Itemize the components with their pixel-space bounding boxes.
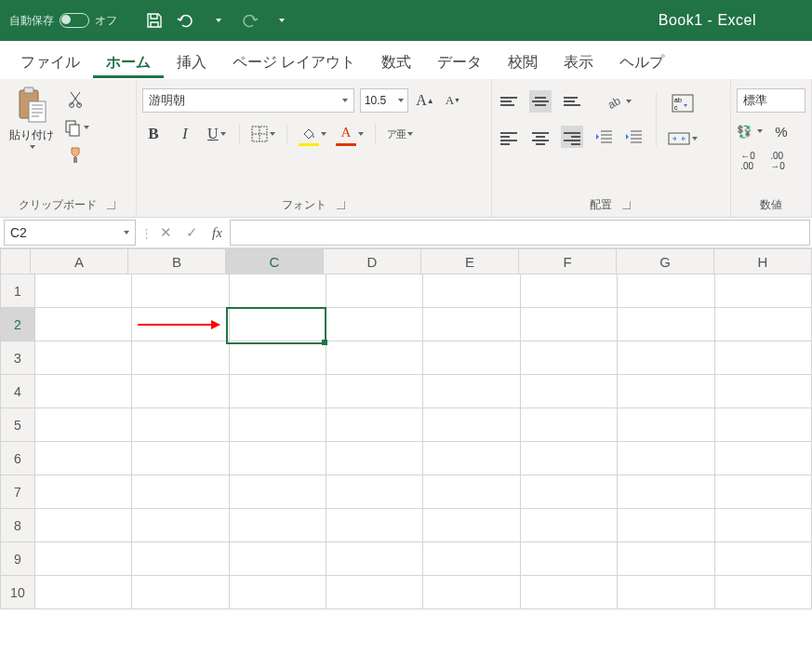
cell[interactable] [618,408,714,442]
tab-home[interactable]: ホーム [93,46,164,78]
cell[interactable] [423,576,520,609]
cell[interactable] [715,274,812,308]
cell[interactable] [35,576,132,609]
orientation-icon[interactable]: ab [592,90,645,113]
decrease-decimal-icon[interactable]: .00→0 [766,150,789,172]
redo-icon[interactable] [240,11,259,30]
bold-button[interactable]: B [142,123,165,145]
cell[interactable] [132,509,229,542]
undo-icon[interactable] [177,11,195,30]
row-header[interactable]: 4 [0,375,35,408]
cell[interactable] [715,542,812,576]
phonetic-guide-icon[interactable]: ア亜 [387,123,413,145]
cell[interactable] [423,542,520,576]
cell[interactable] [521,542,618,576]
format-painter-icon[interactable] [63,144,89,167]
cell[interactable] [618,542,714,576]
formula-input[interactable] [230,220,810,246]
align-top-icon[interactable] [498,90,520,113]
cell[interactable] [132,341,229,375]
cell[interactable] [326,509,423,542]
cell[interactable] [521,308,618,341]
percent-format-icon[interactable]: % [770,120,792,142]
cell[interactable] [326,408,423,442]
cell[interactable] [35,341,132,375]
cell[interactable] [715,408,812,442]
cell[interactable] [618,274,714,308]
align-bottom-icon[interactable] [561,90,583,113]
paste-dropdown-icon[interactable] [30,145,35,149]
select-all-corner[interactable] [0,248,31,274]
cell[interactable] [132,576,229,609]
row-header[interactable]: 9 [0,542,35,576]
align-center-icon[interactable] [529,126,552,148]
increase-decimal-icon[interactable]: ←0.00 [737,150,759,172]
cell[interactable] [326,475,423,509]
align-right-icon[interactable] [561,126,583,148]
row-header[interactable]: 1 [0,274,35,308]
cell[interactable] [326,308,423,341]
tab-page-layout[interactable]: ページ レイアウト [220,46,368,78]
row-header[interactable]: 2 [0,308,35,341]
cell[interactable] [326,341,423,375]
cell[interactable] [230,542,326,576]
cell[interactable] [132,408,229,442]
tab-data[interactable]: データ [424,46,495,78]
font-color-icon[interactable]: A [336,123,364,145]
increase-font-icon[interactable]: A▲ [414,89,436,112]
cell[interactable] [326,576,423,609]
cell[interactable] [521,341,618,375]
row-header[interactable]: 7 [0,475,35,509]
column-header[interactable]: E [421,248,519,274]
cell[interactable] [132,475,229,509]
cell[interactable] [35,542,132,576]
tab-file[interactable]: ファイル [7,46,93,78]
cell[interactable] [618,375,714,408]
tab-review[interactable]: 校閲 [495,46,551,78]
column-header[interactable]: G [617,248,714,274]
cell[interactable] [132,442,229,475]
cell[interactable] [521,442,618,475]
autosave-toggle-icon[interactable] [60,13,89,28]
cell[interactable] [423,475,520,509]
qat-customize-icon[interactable] [272,11,290,30]
cell[interactable] [618,509,714,542]
enter-icon[interactable]: ✓ [179,224,205,241]
name-box[interactable]: C2 [4,220,136,246]
column-header[interactable]: C [226,248,324,274]
column-header[interactable]: D [324,248,421,274]
merge-center-icon[interactable] [668,127,698,150]
cell[interactable] [521,274,618,308]
paste-button[interactable]: 貼り付け [6,85,58,149]
cell[interactable] [423,308,520,341]
row-header[interactable]: 6 [0,442,35,475]
row-header[interactable]: 8 [0,509,35,542]
cell[interactable] [521,375,618,408]
align-middle-icon[interactable] [529,90,552,113]
cell[interactable] [326,375,423,408]
cell[interactable] [521,475,618,509]
cell[interactable] [715,576,812,609]
cell[interactable] [35,408,132,442]
cell[interactable] [326,442,423,475]
fx-icon[interactable]: fx [205,225,230,241]
cell[interactable] [423,274,520,308]
cell[interactable] [618,475,714,509]
copy-icon[interactable] [63,116,89,139]
tab-view[interactable]: 表示 [551,46,606,78]
worksheet[interactable]: ABCDEFGH 12345678910 [0,248,812,609]
italic-button[interactable]: I [174,123,196,145]
cell[interactable] [35,375,132,408]
cell[interactable] [521,576,618,609]
row-header[interactable]: 5 [0,408,35,442]
column-header[interactable]: B [128,248,226,274]
cell[interactable] [326,542,423,576]
cell[interactable] [230,408,326,442]
align-left-icon[interactable] [498,126,520,148]
cell[interactable] [326,274,423,308]
number-format-select[interactable]: 標準 [737,88,805,113]
dialog-launcher-icon[interactable] [622,201,631,209]
cell[interactable] [35,308,132,341]
decrease-indent-icon[interactable] [592,126,615,148]
undo-dropdown-icon[interactable] [208,11,227,30]
